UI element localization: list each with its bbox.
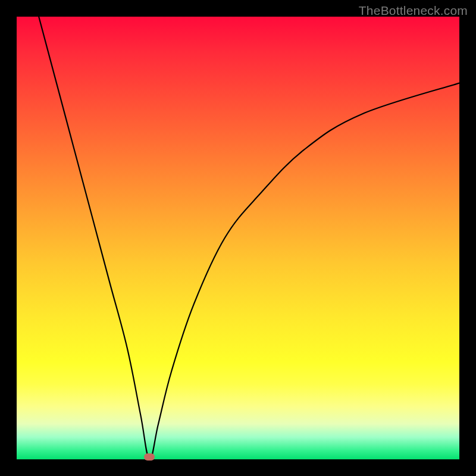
bottleneck-curve	[39, 17, 459, 459]
chart-frame: TheBottleneck.com	[0, 0, 476, 476]
curve-svg	[17, 17, 459, 459]
min-point-marker	[144, 453, 155, 461]
attribution-label: TheBottleneck.com	[359, 4, 468, 18]
plot-area	[17, 17, 459, 459]
